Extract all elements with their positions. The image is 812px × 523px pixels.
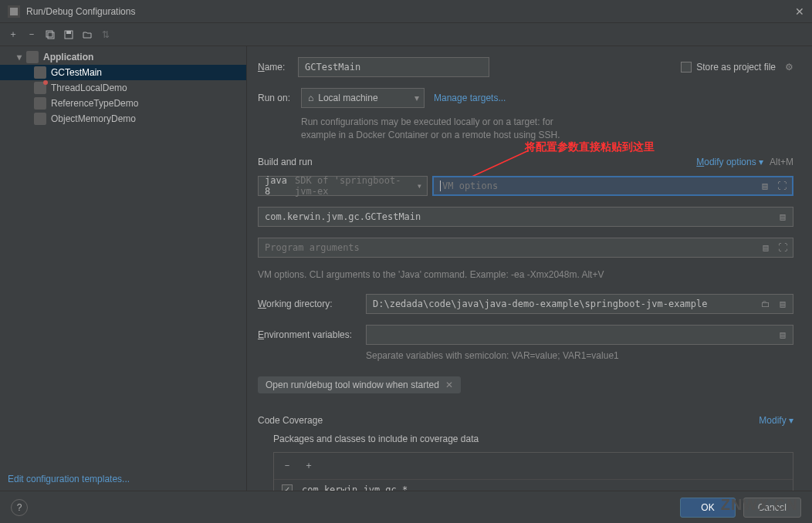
- tree-item-label: ThreadLocalDemo: [51, 83, 127, 93]
- application-icon: [26, 51, 39, 63]
- run-on-hint: Run configurations may be executed local…: [301, 116, 793, 129]
- tree-item-gctestmain[interactable]: GCTestMain: [0, 65, 246, 80]
- close-icon[interactable]: ✕: [795, 5, 804, 18]
- tree-item-threadlocaldemo[interactable]: ThreadLocalDemo: [0, 80, 246, 96]
- java-icon: [34, 82, 46, 94]
- working-dir-label: Working directory:: [258, 299, 366, 309]
- svg-rect-0: [10, 8, 18, 15]
- chevron-down-icon: ▾: [417, 181, 422, 191]
- env-vars-input[interactable]: ▤: [366, 325, 793, 345]
- sort-config-button[interactable]: ⇅: [97, 26, 114, 43]
- fullscreen-icon[interactable]: ⛶: [775, 179, 789, 193]
- ok-button[interactable]: OK: [680, 498, 735, 518]
- java-icon: [34, 66, 46, 79]
- folder-icon[interactable]: 🗀: [759, 297, 773, 311]
- build-run-title: Build and run: [258, 157, 313, 167]
- help-button[interactable]: ?: [11, 499, 28, 516]
- main-panel: Name: Store as project file ⚙ Run on: ⌂ …: [247, 46, 812, 491]
- java-icon: [34, 113, 46, 125]
- tree-item-objectmemorydemo[interactable]: ObjectMemoryDemo: [0, 111, 246, 127]
- tree-item-label: GCTestMain: [51, 67, 102, 78]
- tree-item-label: ObjectMemoryDemo: [51, 113, 136, 124]
- java-icon: [34, 97, 46, 110]
- save-config-button[interactable]: [60, 26, 77, 43]
- expand-icon[interactable]: ▤: [758, 179, 772, 193]
- coverage-subtitle: Packages and classes to include in cover…: [273, 434, 793, 444]
- working-dir-input[interactable]: D:\zedada\code\java\java-demo-example\sp…: [366, 294, 793, 314]
- name-label: N: [258, 62, 265, 73]
- cancel-button[interactable]: Cancel: [743, 498, 801, 518]
- modify-options-shortcut: Alt+M: [770, 156, 793, 169]
- coverage-add-button[interactable]: ＋: [300, 457, 317, 474]
- modify-options-link[interactable]: Modify options ▾: [696, 157, 763, 167]
- coverage-remove-button[interactable]: －: [279, 457, 296, 474]
- tree-node-application[interactable]: ▾ Application: [0, 49, 246, 65]
- program-args-input[interactable]: Program arguments ▤ ⛶: [258, 238, 793, 258]
- add-config-button[interactable]: ＋: [5, 26, 22, 43]
- vm-options-hint: VM options. CLI arguments to the 'Java' …: [258, 268, 793, 282]
- dialog-title: Run/Debug Configurations: [26, 6, 795, 17]
- coverage-item[interactable]: ✓ com.kerwin.jvm.gc.*: [282, 484, 785, 491]
- folder-config-button[interactable]: [79, 26, 96, 43]
- open-tool-window-chip[interactable]: Open run/debug tool window when started …: [258, 376, 461, 393]
- main-class-input[interactable]: com.kerwin.jvm.gc.GCTestMain ▤: [258, 207, 793, 227]
- tree-node-label: Application: [43, 52, 93, 62]
- store-as-project-checkbox[interactable]: [681, 62, 692, 73]
- tree-item-label: ReferenceTypeDemo: [51, 98, 138, 109]
- chevron-down-icon: ▾: [17, 52, 26, 62]
- checkbox-icon[interactable]: ✓: [282, 484, 293, 491]
- fullscreen-icon[interactable]: ⛶: [776, 241, 790, 255]
- gear-icon[interactable]: ⚙: [785, 62, 793, 73]
- app-icon: [8, 5, 20, 18]
- store-as-project-label: Store as project file: [696, 62, 776, 73]
- tree-item-referencetypedemo[interactable]: ReferenceTypeDemo: [0, 96, 246, 111]
- expand-icon[interactable]: ▤: [759, 241, 773, 255]
- chevron-down-icon: ▾: [414, 93, 419, 103]
- run-on-hint2: example in a Docker Container or on a re…: [301, 129, 793, 142]
- name-input[interactable]: [298, 57, 489, 77]
- run-on-combo[interactable]: ⌂ Local machine ▾: [301, 88, 425, 108]
- config-tree: ▾ Application GCTestMain ThreadLocalDemo…: [0, 46, 247, 491]
- svg-rect-1: [46, 31, 52, 37]
- env-vars-hint: Separate variables with semicolon: VAR=v…: [366, 349, 793, 363]
- list-icon[interactable]: ▤: [776, 297, 790, 311]
- coverage-modify-link[interactable]: Modify ▾: [759, 415, 793, 426]
- vm-options-input[interactable]: VM options ▤ ⛶: [432, 176, 793, 196]
- manage-targets-link[interactable]: Manage targets...: [434, 93, 506, 103]
- annotation-text: 将配置参数直接粘贴到这里: [525, 140, 655, 154]
- svg-rect-4: [66, 31, 71, 34]
- list-icon[interactable]: ▤: [776, 210, 790, 224]
- coverage-title: Code Coverage: [258, 415, 323, 426]
- close-chip-icon[interactable]: ✕: [445, 380, 453, 390]
- copy-config-button[interactable]: [42, 26, 59, 43]
- sdk-combo[interactable]: java 8 SDK of 'springboot-jvm-ex ▾: [258, 176, 428, 196]
- run-on-label: Run on:: [258, 93, 301, 103]
- remove-config-button[interactable]: －: [23, 26, 40, 43]
- svg-rect-2: [48, 32, 54, 39]
- edit-templates-link[interactable]: Edit configuration templates...: [8, 474, 130, 484]
- home-icon: ⌂: [308, 93, 313, 103]
- list-icon[interactable]: ▤: [776, 328, 790, 342]
- env-vars-label: Environment variables:: [258, 329, 366, 340]
